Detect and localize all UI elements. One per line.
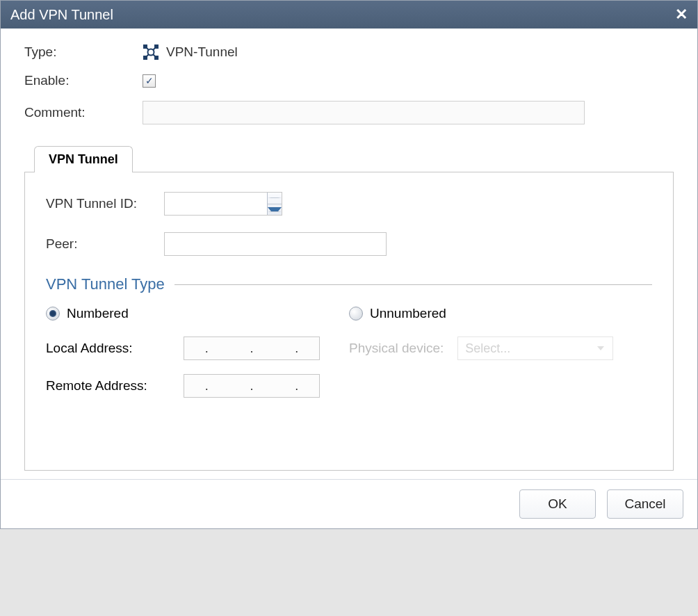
- type-value: VPN-Tunnel: [166, 44, 238, 60]
- tunnel-id-input[interactable]: [165, 193, 267, 215]
- enable-row: Enable: ✓: [24, 73, 674, 88]
- remote-address-input[interactable]: ...: [184, 374, 320, 398]
- physical-device-row: Physical device: Select...: [349, 337, 652, 360]
- tab-vpn-tunnel[interactable]: VPN Tunnel: [34, 146, 133, 172]
- enable-label: Enable:: [24, 73, 136, 88]
- tunnel-id-row: VPN Tunnel ID:: [46, 192, 652, 216]
- titlebar: Add VPN Tunnel ✕: [1, 1, 697, 29]
- physical-device-label: Physical device:: [349, 341, 444, 356]
- tab-label: VPN Tunnel: [49, 152, 118, 166]
- enable-checkbox[interactable]: ✓: [143, 74, 156, 88]
- section-divider: [174, 284, 652, 285]
- comment-label: Comment:: [24, 101, 136, 120]
- unnumbered-column: Unnumbered Physical device: Select...: [349, 306, 652, 412]
- type-label: Type:: [24, 44, 136, 60]
- cancel-button[interactable]: Cancel: [607, 489, 683, 519]
- local-address-input[interactable]: ...: [184, 337, 320, 360]
- chevron-down-icon: [597, 346, 604, 350]
- cancel-button-label: Cancel: [624, 496, 665, 512]
- vpn-tunnel-icon: [143, 44, 159, 60]
- tab-container: VPN Tunnel VPN Tunnel ID:: [24, 145, 674, 471]
- physical-device-placeholder: Select...: [465, 341, 510, 356]
- peer-row: Peer:: [46, 232, 652, 256]
- type-row: Type: VPN-Tunnel: [24, 44, 674, 60]
- tab-strip: VPN Tunnel: [34, 145, 674, 172]
- tab-panel: VPN Tunnel ID: Peer: V: [24, 172, 674, 471]
- local-address-label: Local Address:: [46, 341, 184, 356]
- dropdown-icon: [594, 337, 607, 359]
- unnumbered-radio-option[interactable]: Unnumbered: [349, 306, 652, 321]
- local-address-row: Local Address: ...: [46, 337, 349, 360]
- comment-input[interactable]: [143, 101, 585, 124]
- unnumbered-label: Unnumbered: [370, 306, 446, 321]
- radio-icon: [349, 307, 363, 321]
- tunnel-type-section-header: VPN Tunnel Type: [46, 275, 652, 293]
- ok-button[interactable]: OK: [519, 489, 596, 519]
- chevron-down-icon: [268, 207, 282, 212]
- close-icon[interactable]: ✕: [675, 6, 688, 24]
- peer-label: Peer:: [46, 236, 164, 252]
- stepper-down-button[interactable]: [268, 204, 282, 216]
- stepper-up-button[interactable]: [268, 193, 282, 204]
- add-vpn-tunnel-dialog: Add VPN Tunnel ✕ Type:: [0, 0, 698, 529]
- dialog-body: Type: VPN-Tunnel: [1, 29, 697, 479]
- physical-device-select: Select...: [457, 337, 613, 360]
- dialog-title: Add VPN Tunnel: [10, 7, 113, 23]
- remote-address-row: Remote Address: ...: [46, 374, 349, 398]
- radio-icon: [46, 307, 60, 321]
- tunnel-id-label: VPN Tunnel ID:: [46, 196, 164, 211]
- chevron-up-icon: [268, 197, 282, 198]
- tunnel-type-title: VPN Tunnel Type: [46, 275, 165, 293]
- tunnel-type-options: Numbered Local Address: ... Remote Addre…: [46, 306, 652, 412]
- numbered-radio-option[interactable]: Numbered: [46, 306, 349, 321]
- tunnel-id-stepper[interactable]: [164, 192, 282, 216]
- numbered-column: Numbered Local Address: ... Remote Addre…: [46, 306, 349, 412]
- ok-button-label: OK: [548, 496, 567, 512]
- remote-address-label: Remote Address:: [46, 378, 184, 394]
- dialog-footer: OK Cancel: [1, 479, 697, 528]
- type-value-group: VPN-Tunnel: [143, 44, 238, 60]
- stepper-buttons: [267, 193, 282, 215]
- comment-row: Comment:: [24, 101, 674, 124]
- peer-input[interactable]: [164, 232, 387, 256]
- numbered-label: Numbered: [67, 306, 129, 321]
